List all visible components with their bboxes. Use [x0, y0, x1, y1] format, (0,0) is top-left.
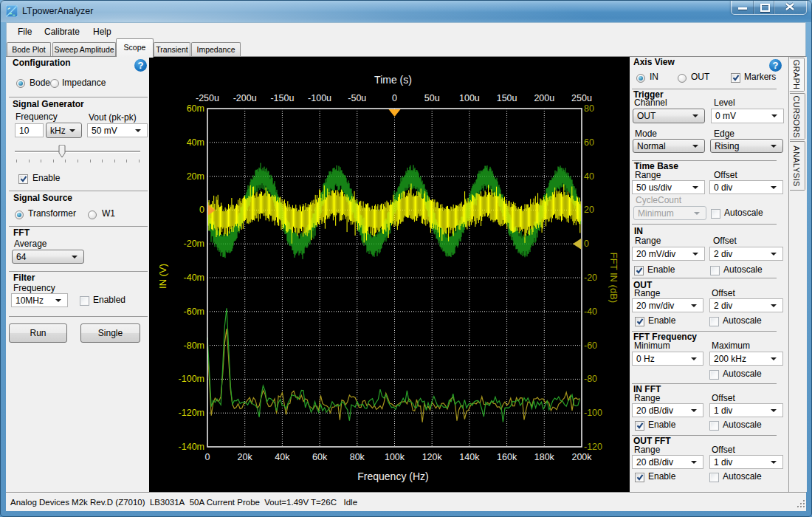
svg-text:-140m: -140m — [179, 442, 204, 452]
svg-text:-40m: -40m — [184, 273, 204, 283]
svg-text:0: 0 — [199, 205, 204, 215]
svg-text:60k: 60k — [312, 452, 328, 462]
svg-text:20m: 20m — [187, 171, 204, 182]
svg-text:Time (s): Time (s) — [374, 74, 412, 86]
svg-text:-120m: -120m — [179, 408, 204, 418]
svg-text:Frequency (Hz): Frequency (Hz) — [357, 470, 428, 482]
svg-text:150u: 150u — [497, 93, 517, 103]
svg-text:0: 0 — [392, 93, 397, 103]
svg-text:-150u: -150u — [270, 93, 294, 103]
svg-text:-200u: -200u — [233, 93, 257, 103]
svg-text:60m: 60m — [187, 103, 204, 114]
svg-text:IN (V): IN (V) — [157, 264, 168, 289]
svg-text:80: 80 — [584, 103, 594, 114]
svg-text:160k: 160k — [497, 452, 517, 462]
svg-text:-60: -60 — [584, 340, 597, 351]
svg-text:-20m: -20m — [184, 239, 204, 249]
svg-text:-60m: -60m — [184, 307, 204, 317]
svg-text:-50u: -50u — [348, 93, 366, 103]
svg-text:200k: 200k — [571, 452, 592, 462]
svg-text:80k: 80k — [350, 452, 365, 462]
svg-text:40m: 40m — [187, 137, 204, 148]
svg-text:140k: 140k — [459, 452, 480, 462]
svg-text:20: 20 — [584, 205, 594, 215]
svg-text:200u: 200u — [534, 93, 554, 103]
svg-text:FFT IN (dB): FFT IN (dB) — [608, 253, 619, 303]
svg-text:-100m: -100m — [179, 374, 204, 384]
svg-text:100k: 100k — [385, 452, 405, 462]
svg-text:60: 60 — [584, 137, 594, 148]
svg-text:50u: 50u — [424, 93, 440, 103]
svg-text:180k: 180k — [534, 452, 555, 462]
svg-text:0: 0 — [205, 452, 210, 462]
svg-text:40k: 40k — [275, 452, 290, 462]
svg-text:20k: 20k — [238, 452, 253, 462]
svg-text:120k: 120k — [422, 452, 443, 462]
svg-text:-100: -100 — [584, 408, 602, 418]
svg-text:40: 40 — [584, 171, 594, 182]
svg-text:-120: -120 — [584, 442, 602, 452]
svg-text:-40: -40 — [584, 307, 597, 317]
svg-text:100u: 100u — [459, 93, 480, 103]
svg-text:250u: 250u — [571, 93, 592, 103]
svg-text:-20: -20 — [584, 273, 597, 283]
svg-text:-80m: -80m — [184, 340, 204, 351]
svg-text:-100u: -100u — [308, 93, 331, 103]
svg-text:0: 0 — [584, 239, 589, 249]
svg-text:-250u: -250u — [196, 93, 219, 103]
svg-text:-80: -80 — [584, 374, 597, 384]
